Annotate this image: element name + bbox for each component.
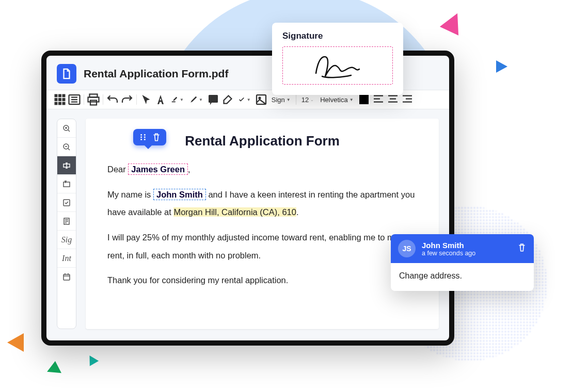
svg-point-55 [144, 137, 146, 138]
separator [103, 94, 103, 105]
svg-rect-16 [172, 102, 176, 103]
svg-rect-3 [55, 98, 58, 101]
redo-icon[interactable] [121, 93, 133, 106]
avatar: JS [398, 240, 416, 257]
decoration-triangle [496, 60, 507, 73]
svg-point-19 [259, 97, 260, 99]
svg-rect-6 [55, 102, 58, 105]
trash-icon [517, 243, 527, 252]
zoom-in-icon[interactable] [57, 119, 76, 138]
delete-icon[interactable] [152, 133, 161, 142]
delete-comment-button[interactable] [517, 243, 527, 254]
highlighter-dropdown[interactable]: ▼ [169, 96, 186, 103]
svg-rect-8 [62, 102, 66, 105]
svg-rect-14 [88, 97, 99, 102]
cursor-icon[interactable] [140, 93, 152, 106]
comment-card: JS John Smith a few seconds ago Change a… [391, 234, 534, 291]
svg-rect-17 [209, 95, 218, 103]
app-logo [57, 64, 76, 84]
text-icon[interactable] [154, 93, 167, 106]
svg-line-30 [68, 130, 70, 132]
check-dropdown[interactable]: ▼ [236, 96, 253, 103]
note-icon[interactable] [207, 93, 219, 106]
svg-rect-48 [63, 274, 70, 280]
align-left-icon[interactable] [372, 93, 385, 106]
comment-author: John Smith [422, 241, 511, 250]
sign-label: Sign [272, 96, 285, 104]
document-body: Dear James Green, My name is John Smith … [107, 160, 417, 289]
text-box-tool[interactable] [57, 175, 76, 193]
svg-point-52 [140, 134, 142, 136]
document-filename: Rental Application Form.pdf [84, 68, 228, 80]
comment-text: Change address. [391, 263, 534, 291]
address-highlight[interactable]: Morgan Hill, California (CA), 610 [173, 207, 296, 217]
greeting-comma: , [188, 165, 190, 174]
view-grid-icon[interactable] [54, 93, 66, 106]
svg-point-56 [140, 139, 142, 140]
separator [296, 94, 296, 105]
svg-rect-4 [58, 98, 61, 101]
form-tool[interactable] [57, 212, 76, 231]
greeting-text: Dear [107, 165, 126, 174]
paragraph-2: I will pay 25% of my monthly adjusted in… [107, 228, 417, 264]
align-center-icon[interactable] [387, 93, 399, 106]
svg-point-54 [140, 137, 142, 138]
decoration-triangle [47, 361, 62, 373]
align-right-icon[interactable] [401, 93, 414, 106]
svg-rect-2 [62, 94, 66, 97]
print-icon[interactable] [87, 93, 100, 106]
signature-label: Signature [282, 31, 393, 41]
signature-field[interactable] [282, 46, 393, 85]
font-family-value: Helvetica [320, 96, 347, 104]
svg-line-34 [68, 149, 70, 150]
sign-dropdown[interactable]: Sign▼ [269, 96, 293, 104]
zoom-out-icon[interactable] [57, 138, 76, 156]
comment-header: JS John Smith a few seconds ago [391, 234, 534, 263]
svg-rect-40 [63, 182, 70, 187]
field-edit-bubble[interactable] [133, 129, 166, 145]
decoration-triangle [85, 353, 99, 366]
sender-field[interactable]: John Smith [153, 189, 206, 200]
undo-icon[interactable] [106, 93, 119, 106]
signature-card: Signature [272, 23, 403, 95]
svg-rect-7 [58, 102, 61, 105]
intro-text: My name is [107, 190, 151, 199]
checkbox-tool[interactable] [57, 193, 76, 212]
initials-tool[interactable]: Int [57, 249, 76, 268]
svg-rect-5 [62, 98, 66, 101]
eraser-icon[interactable] [221, 93, 234, 106]
image-icon[interactable] [255, 93, 267, 106]
view-panel-icon[interactable] [68, 93, 81, 106]
svg-point-57 [144, 139, 146, 140]
separator [136, 94, 137, 105]
side-toolbar: Sig Int [57, 119, 76, 329]
date-tool[interactable] [57, 268, 76, 286]
font-family-dropdown[interactable]: Helvetica▼ [318, 96, 355, 104]
svg-point-53 [144, 134, 146, 136]
paragraph-3: Thank you for considering my rental appl… [107, 271, 417, 289]
svg-rect-0 [55, 94, 58, 97]
content-area: Sig Int Rental Application Form Dear Jam… [46, 109, 449, 338]
decoration-triangle [440, 9, 467, 35]
text-color-swatch[interactable] [358, 93, 370, 106]
pen-dropdown[interactable]: ▼ [188, 96, 205, 103]
separator [84, 94, 84, 105]
drag-handle-icon[interactable] [138, 133, 148, 142]
font-size-value: 12 [301, 96, 309, 104]
comment-timestamp: a few seconds ago [422, 250, 511, 257]
font-size-dropdown[interactable]: 12⌄ [299, 96, 316, 104]
decoration-triangle [7, 333, 24, 352]
document-page[interactable]: Rental Application Form Dear James Green… [86, 119, 439, 329]
svg-rect-15 [90, 101, 97, 105]
text-field-tool[interactable] [57, 156, 76, 175]
signature-tool[interactable]: Sig [57, 231, 76, 249]
signature-glyph [307, 52, 369, 80]
svg-rect-1 [58, 94, 61, 97]
intro-end: . [296, 207, 299, 217]
recipient-field[interactable]: James Green [128, 164, 188, 175]
